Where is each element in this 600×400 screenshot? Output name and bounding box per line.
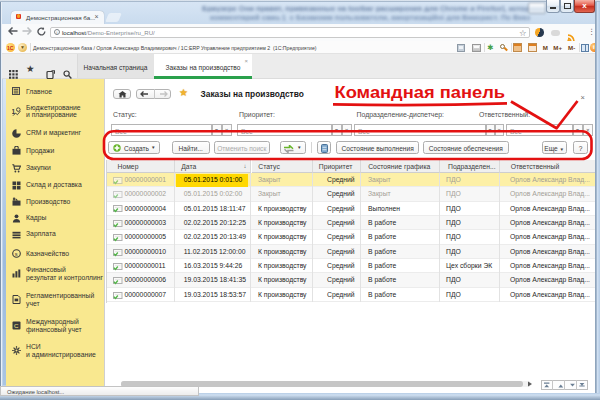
svg-text:Командная панель: Командная панель xyxy=(335,84,506,101)
